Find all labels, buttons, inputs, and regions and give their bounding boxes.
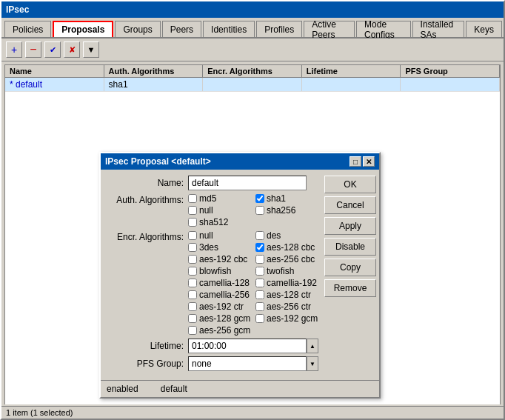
dialog-body: Name: Auth. Algorithms: md5 <box>101 170 379 380</box>
encr-aes192cbc-label: aes-192 cbc <box>199 254 247 264</box>
window-title: IPsec <box>6 4 29 15</box>
encr-grid: null des 3des aes-128 cbc <box>188 230 318 336</box>
encr-aes256gcm[interactable]: aes-256 gcm <box>188 325 251 336</box>
table-header: Name Auth. Algorithms Encr. Algorithms L… <box>5 65 500 78</box>
encr-des-checkbox[interactable] <box>255 231 264 240</box>
encr-blowfish[interactable]: blowfish <box>188 266 251 276</box>
encr-aes128cbc[interactable]: aes-128 cbc <box>255 242 318 253</box>
delete-button[interactable]: − <box>25 41 41 58</box>
encr-twofish-label: twofish <box>267 266 294 276</box>
apply-button[interactable]: Apply <box>324 217 376 235</box>
encr-aes256ctr[interactable]: aes-256 ctr <box>255 301 318 312</box>
pfs-row: PFS Group: none ▼ <box>107 356 318 371</box>
encr-cam256-checkbox[interactable] <box>188 290 197 299</box>
dialog-maximize-button[interactable]: □ <box>350 156 361 167</box>
auth-sha1[interactable]: sha1 <box>255 193 318 204</box>
encr-null-checkbox[interactable] <box>188 231 197 240</box>
tab-active-peers[interactable]: Active Peers <box>304 21 355 37</box>
pfs-select[interactable]: none <box>188 356 307 371</box>
name-input[interactable] <box>188 176 307 190</box>
encr-cam128-label: camellia-128 <box>199 278 250 288</box>
tab-proposals[interactable]: Proposals <box>53 21 113 37</box>
encr-3des-checkbox[interactable] <box>188 243 197 252</box>
encr-aes192ctr-checkbox[interactable] <box>188 302 197 311</box>
table-row[interactable]: * default sha1 <box>5 78 500 92</box>
encr-cam192[interactable]: camellia-192 <box>255 278 318 288</box>
auth-md5[interactable]: md5 <box>188 193 251 204</box>
lifetime-label: Lifetime: <box>107 341 188 351</box>
encr-twofish-checkbox[interactable] <box>255 267 264 276</box>
encr-cam192-checkbox[interactable] <box>255 279 264 287</box>
col-pfs: PFS Group <box>401 65 500 77</box>
remove-button[interactable]: Remove <box>324 279 376 297</box>
dialog-close-button[interactable]: ✕ <box>363 156 375 167</box>
encr-aes128cbc-checkbox[interactable] <box>255 243 264 252</box>
auth-md5-label: md5 <box>199 193 216 204</box>
auth-md5-checkbox[interactable] <box>188 194 197 203</box>
auth-sha512-label: sha512 <box>199 217 228 227</box>
row-indicator: * <box>10 79 16 90</box>
encr-null[interactable]: null <box>188 230 251 241</box>
encr-blowfish-checkbox[interactable] <box>188 267 197 276</box>
encr-aes256ctr-checkbox[interactable] <box>255 302 264 311</box>
auth-null[interactable]: null <box>188 205 251 216</box>
lifetime-row: Lifetime: ▲ <box>107 339 318 353</box>
copy-button[interactable]: Copy <box>324 259 376 276</box>
encr-aes256cbc[interactable]: aes-256 cbc <box>255 254 318 264</box>
encr-aes128gcm[interactable]: aes-128 gcm <box>188 313 251 324</box>
encr-aes128gcm-checkbox[interactable] <box>188 314 197 323</box>
tab-groups[interactable]: Groups <box>115 21 160 37</box>
lifetime-spin-up[interactable]: ▲ <box>307 339 318 353</box>
encr-aes192cbc[interactable]: aes-192 cbc <box>188 254 251 264</box>
cancel-button[interactable]: Cancel <box>324 196 376 214</box>
encr-3des-label: 3des <box>199 242 218 253</box>
toolbar: + − ✔ ✘ ▼ <box>1 39 504 61</box>
name-label: Name: <box>107 178 188 188</box>
ok-button[interactable]: OK <box>324 176 376 193</box>
disable-button[interactable]: Disable <box>324 238 376 256</box>
encr-3des[interactable]: 3des <box>188 242 251 253</box>
encr-aes256gcm-checkbox[interactable] <box>188 326 197 335</box>
auth-sha512-checkbox[interactable] <box>188 218 197 227</box>
dialog-form: Name: Auth. Algorithms: md5 <box>107 176 318 374</box>
tab-identities[interactable]: Identities <box>203 21 255 37</box>
tab-mode-configs[interactable]: Mode Configs <box>356 21 411 37</box>
filter-button[interactable]: ▼ <box>83 41 99 58</box>
tab-peers[interactable]: Peers <box>162 21 201 37</box>
encr-aes192gcm-checkbox[interactable] <box>255 314 264 323</box>
encr-aes192gcm[interactable]: aes-192 gcm <box>255 313 318 324</box>
encr-aes192cbc-checkbox[interactable] <box>188 255 197 264</box>
row-name: * default <box>5 78 104 91</box>
cross-button[interactable]: ✘ <box>64 41 80 58</box>
auth-sha512[interactable]: sha512 <box>188 217 251 227</box>
tab-keys[interactable]: Keys <box>466 21 502 37</box>
tab-installed-sas[interactable]: Installed SAs <box>412 21 465 37</box>
auth-null-label: null <box>199 205 213 216</box>
lifetime-input[interactable] <box>188 339 307 353</box>
encr-aes128ctr[interactable]: aes-128 ctr <box>255 290 318 300</box>
tab-profiles[interactable]: Profiles <box>256 21 302 37</box>
auth-null-checkbox[interactable] <box>188 206 197 215</box>
encr-cam128-checkbox[interactable] <box>188 279 197 287</box>
auth-sha256[interactable]: sha256 <box>255 205 318 216</box>
encr-aes256cbc-checkbox[interactable] <box>255 255 264 264</box>
proposal-dialog: IPsec Proposal <default> □ ✕ Name: Aut <box>99 152 381 399</box>
encr-des[interactable]: des <box>255 230 318 241</box>
encr-aes192ctr[interactable]: aes-192 ctr <box>188 301 251 312</box>
add-button[interactable]: + <box>6 41 22 58</box>
pfs-dropdown-arrow[interactable]: ▼ <box>307 356 318 371</box>
encr-cam256[interactable]: camellia-256 <box>188 290 251 300</box>
auth-sha256-checkbox[interactable] <box>255 206 264 215</box>
auth-grid: md5 sha1 null sha256 <box>188 193 318 227</box>
dialog-status: enabled <box>107 384 138 394</box>
encr-aes128ctr-checkbox[interactable] <box>255 290 264 299</box>
encr-aes256cbc-label: aes-256 cbc <box>267 254 315 264</box>
tab-policies[interactable]: Policies <box>4 21 51 37</box>
encr-row: Encr. Algorithms: null des 3des <box>107 230 318 336</box>
encr-twofish[interactable]: twofish <box>255 266 318 276</box>
auth-sha1-checkbox[interactable] <box>255 194 264 203</box>
encr-cam128[interactable]: camellia-128 <box>188 278 251 288</box>
dialog-action-buttons: OK Cancel Apply Disable Copy Remove <box>324 176 376 374</box>
check-button[interactable]: ✔ <box>44 41 61 58</box>
dialog-title-bar: IPsec Proposal <default> □ ✕ <box>101 153 379 170</box>
